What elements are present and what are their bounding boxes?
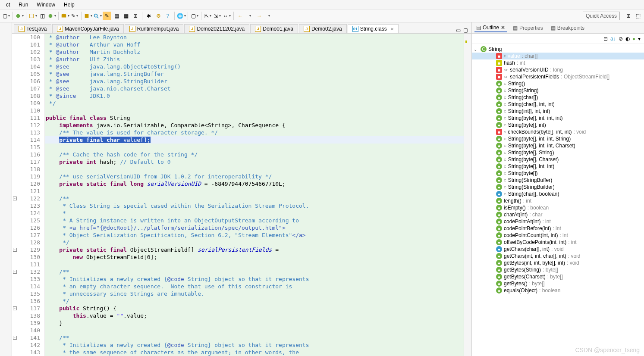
code-line[interactable]: /**: [45, 195, 464, 202]
fold-icon[interactable]: -: [13, 336, 17, 340]
code-line[interactable]: * Initializes a newly created {@code Str…: [45, 275, 464, 283]
outline-member[interactable]: ●CString(byte[]): [472, 170, 644, 177]
code-line[interactable]: [45, 187, 464, 195]
toolbar-btn[interactable]: ⚙: [154, 12, 163, 20]
debug-button[interactable]: [15, 12, 24, 20]
toolbar-btn[interactable]: ⊞: [131, 12, 140, 20]
toolbar-btn[interactable]: ⇱: [204, 12, 212, 20]
outline-member[interactable]: ■ScheckBounds(byte[], int, int) : void: [472, 128, 644, 135]
code-editor[interactable]: * @author Lee Boynton * @author Arthur v…: [45, 34, 464, 356]
code-line[interactable]: [45, 107, 464, 114]
code-line[interactable]: * @author Martin Buchholz: [45, 48, 464, 56]
outline-member[interactable]: ●getChars(int, int, char[], int) : void: [472, 253, 644, 259]
code-line[interactable]: * Initializes a newly created {@code Str…: [45, 341, 464, 349]
code-line[interactable]: * Class String is special cased within t…: [45, 202, 464, 209]
hide-non-public-icon[interactable]: ●: [632, 36, 635, 42]
toolbar-btn[interactable]: ▦: [122, 12, 130, 20]
hide-fields-icon[interactable]: ⊘: [619, 36, 623, 42]
overview-ruler[interactable]: [464, 34, 471, 356]
code-line[interactable]: }: [45, 319, 464, 327]
menu-run[interactable]: Run: [14, 1, 32, 9]
code-line[interactable]: */: [45, 297, 464, 305]
outline-member[interactable]: ●CString(byte[], int): [472, 122, 644, 128]
code-line[interactable]: /**: [45, 334, 464, 341]
editor-tab[interactable]: JDemo20211202.java: [184, 24, 249, 33]
view-tab-properties[interactable]: ▤Properties: [511, 24, 545, 32]
code-line[interactable]: * unnecessary since Strings are immutabl…: [45, 290, 464, 297]
code-line[interactable]: [45, 327, 464, 334]
outline-member[interactable]: ●CString(byte[], int, int, int): [472, 115, 644, 122]
outline-member[interactable]: ●CString(byte[], int, int): [472, 163, 644, 170]
outline-class[interactable]: ⌄CString: [472, 46, 644, 53]
code-line[interactable]: * @see java.lang.Object#toString(): [45, 63, 464, 70]
forward-menu[interactable]: [264, 12, 273, 20]
outline-member[interactable]: ●getBytes(int, int, byte[], int) : void: [472, 259, 644, 266]
code-line[interactable]: /** The value is used for character stor…: [45, 129, 464, 136]
code-line[interactable]: *: [45, 209, 464, 217]
outline-member[interactable]: ●getBytes(Charset) : byte[]: [472, 273, 644, 280]
code-line[interactable]: * @author Lee Boynton: [45, 34, 464, 41]
maximize-icon[interactable]: ▢: [463, 27, 468, 33]
view-tab-breakpoints[interactable]: ▤Breakpoints: [549, 24, 586, 32]
outline-member[interactable]: ●length() : int: [472, 197, 644, 204]
outline-member[interactable]: ●codePointCount(int, int) : int: [472, 232, 644, 239]
fold-icon[interactable]: -: [13, 270, 17, 274]
outline-member[interactable]: ●CString(char[], int, int): [472, 101, 644, 108]
outline-member[interactable]: ●CString(char[], boolean): [472, 190, 644, 197]
outline-member[interactable]: ●CString(int[], int, int): [472, 108, 644, 115]
code-line[interactable]: * @since JDK1.0: [45, 92, 464, 100]
help-button[interactable]: ?: [163, 12, 172, 20]
toolbar-btn[interactable]: ◫: [38, 12, 47, 20]
toolbar-btn[interactable]: ↔: [223, 12, 231, 20]
outline-member[interactable]: ●offsetByCodePoints(int, int) : int: [472, 239, 644, 246]
outline-member[interactable]: ●getBytes() : byte[]: [472, 280, 644, 287]
minimize-icon[interactable]: ▭: [456, 27, 461, 33]
outline-member[interactable]: ●CString(String): [472, 87, 644, 94]
code-line[interactable]: implements java.io.Serializable, Compara…: [45, 122, 464, 129]
toolbar-btn[interactable]: ▢: [190, 12, 199, 20]
perspective-button[interactable]: ⊞: [624, 12, 633, 20]
fold-icon[interactable]: -: [13, 197, 17, 200]
outline-member[interactable]: ■SFserialVersionUID : long: [472, 66, 644, 73]
toolbar-btn[interactable]: ✎: [70, 12, 79, 20]
close-icon[interactable]: ✕: [501, 25, 505, 31]
code-line[interactable]: /**: [45, 268, 464, 275]
hide-static-icon[interactable]: ◐: [625, 36, 630, 42]
editor-tab[interactable]: 01String.class✕: [348, 24, 399, 33]
menu-help[interactable]: Help: [60, 1, 79, 9]
open-type-button[interactable]: [61, 12, 69, 20]
editor-tab[interactable]: JDemo01.java: [250, 24, 298, 33]
outline-member[interactable]: ●CString(byte[], int, int, String): [472, 135, 644, 142]
code-line[interactable]: new ObjectStreamField[0];: [45, 253, 464, 261]
outline-member[interactable]: ●getChars(char[], int) : void: [472, 246, 644, 253]
code-line[interactable]: */: [45, 100, 464, 107]
editor-tab[interactable]: JMavenCopyJarFile.java: [52, 24, 123, 33]
code-line[interactable]: /** use serialVersionUID from JDK 1.0.2 …: [45, 173, 464, 180]
outline-member[interactable]: ●codePointBefore(int) : int: [472, 225, 644, 232]
code-line[interactable]: [45, 166, 464, 173]
code-line[interactable]: public String() {: [45, 305, 464, 312]
new-button[interactable]: [28, 12, 37, 20]
editor-tab[interactable]: JTest.java: [14, 24, 51, 33]
toolbar-btn[interactable]: ✎: [103, 12, 111, 20]
outline-member[interactable]: ■SFserialPersistentFields : ObjectStream…: [472, 73, 644, 80]
search-button[interactable]: [93, 12, 102, 20]
outline-member[interactable]: ●CString(char[]): [472, 94, 644, 101]
sort-icon[interactable]: ⊟: [603, 36, 608, 42]
code-line[interactable]: public final class String: [45, 114, 464, 122]
code-line[interactable]: private int hash; // Default to 0: [45, 158, 464, 166]
outline-member[interactable]: ●CString(StringBuilder): [472, 184, 644, 190]
code-line[interactable]: [45, 144, 464, 151]
outline-member[interactable]: ●equals(Object) : boolean: [472, 287, 644, 294]
menu-ct[interactable]: ct: [2, 1, 14, 9]
code-line[interactable]: [45, 261, 464, 268]
fold-icon[interactable]: -: [13, 248, 17, 252]
toolbar-btn[interactable]: [47, 12, 56, 20]
outline-member[interactable]: ■Fvalue : char[]: [472, 53, 644, 59]
outline-member[interactable]: ●CString(byte[], Charset): [472, 156, 644, 163]
editor-tab[interactable]: JDemo02.java: [299, 24, 347, 33]
outline-member[interactable]: ●isEmpty() : boolean: [472, 204, 644, 211]
toolbar-btn[interactable]: ⇲: [213, 12, 222, 20]
outline-member[interactable]: ■hash : int: [472, 59, 644, 66]
back-menu[interactable]: [245, 12, 254, 20]
